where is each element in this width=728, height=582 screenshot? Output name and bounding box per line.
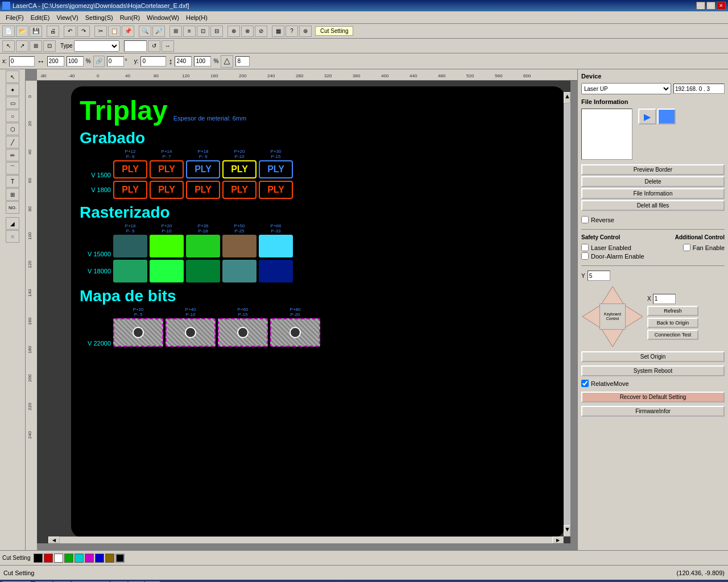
bitmap-3[interactable] bbox=[218, 318, 268, 347]
tool-extra1[interactable]: ◢ bbox=[6, 217, 19, 230]
tool-laser[interactable]: NO. bbox=[6, 201, 19, 214]
firmware-info-btn[interactable]: FirmwareInfor bbox=[581, 406, 725, 417]
angle-input[interactable] bbox=[107, 56, 124, 66]
scroll-right-btn[interactable]: ▶ bbox=[552, 537, 564, 543]
tb-btn2[interactable]: ≡ bbox=[183, 26, 196, 37]
menu-view[interactable]: View(V) bbox=[53, 13, 81, 22]
pal-black[interactable] bbox=[34, 554, 43, 563]
play-btn[interactable]: ▶ bbox=[638, 109, 656, 124]
tool-bitmap[interactable]: ⊞ bbox=[6, 188, 19, 201]
rast-color-v15000-5[interactable] bbox=[259, 235, 293, 257]
pal-red[interactable] bbox=[44, 554, 53, 563]
relative-move-checkbox[interactable] bbox=[581, 380, 589, 387]
tb2-rotate-btn[interactable]: ↺ bbox=[148, 40, 160, 52]
canvas-inner[interactable]: Triplay Espesor de meterial: 6mm Grabado… bbox=[37, 81, 570, 543]
pct-input1[interactable] bbox=[67, 56, 84, 66]
pal-green[interactable] bbox=[64, 554, 73, 563]
tb-btn3[interactable]: ⊡ bbox=[197, 26, 209, 37]
tb-btn6[interactable]: ⊗ bbox=[241, 26, 254, 37]
recover-default-btn[interactable]: Recover to Default Setting bbox=[581, 392, 725, 402]
scrollbar-horizontal[interactable]: ◀ ▶ bbox=[48, 537, 564, 543]
pal-white[interactable] bbox=[54, 554, 63, 563]
ply-btn-v1800-2[interactable]: PLY bbox=[150, 181, 184, 199]
dir-up-btn[interactable] bbox=[600, 285, 625, 306]
rast-color-v15000-1[interactable] bbox=[113, 235, 147, 257]
y-size-input[interactable] bbox=[175, 56, 192, 66]
tool-line[interactable]: ╱ bbox=[6, 136, 19, 148]
canvas-content[interactable]: Triplay Espesor de meterial: 6mm Grabado… bbox=[37, 81, 570, 543]
reverse-checkbox[interactable] bbox=[581, 216, 589, 223]
back-origin-btn[interactable]: Back to Origin bbox=[647, 318, 698, 328]
bitmap-1[interactable] bbox=[113, 318, 163, 347]
menu-run[interactable]: Run(R) bbox=[117, 13, 143, 22]
set-origin-btn[interactable]: Set Origin bbox=[581, 351, 725, 362]
ply-btn-v1500-2[interactable]: PLY bbox=[150, 160, 184, 178]
new-btn[interactable]: 📄 bbox=[2, 26, 15, 37]
open-btn[interactable]: 📂 bbox=[16, 26, 28, 37]
menu-file[interactable]: File(F) bbox=[2, 13, 27, 22]
menu-setting[interactable]: Setting(S) bbox=[82, 13, 117, 22]
ip-input[interactable] bbox=[673, 84, 725, 94]
pal-cyan[interactable] bbox=[75, 554, 84, 563]
tb2-btn4[interactable]: ⊡ bbox=[43, 40, 56, 52]
tool-polygon[interactable]: ⬡ bbox=[6, 123, 19, 135]
scroll-up-btn[interactable]: ▲ bbox=[564, 92, 570, 103]
zoom-out-btn[interactable]: 🔎 bbox=[152, 26, 165, 37]
rast-color-v18000-4[interactable] bbox=[222, 260, 257, 282]
tool-extra2[interactable]: ✕ bbox=[6, 230, 19, 243]
copy-btn[interactable]: 📋 bbox=[108, 26, 121, 37]
bitmap-2[interactable] bbox=[166, 318, 216, 347]
ply-btn-v1500-1[interactable]: PLY bbox=[113, 160, 147, 178]
tb-btn9[interactable]: ? bbox=[286, 26, 298, 37]
rast-color-v15000-3[interactable] bbox=[186, 235, 220, 257]
delete-btn[interactable]: Delete bbox=[581, 176, 725, 187]
rast-color-v18000-3[interactable] bbox=[186, 260, 220, 282]
undo-btn[interactable]: ↶ bbox=[64, 26, 76, 37]
door-alarm-checkbox[interactable] bbox=[581, 252, 589, 260]
system-reboot-btn[interactable]: System Reboot bbox=[581, 365, 725, 376]
print-btn[interactable]: 🖨 bbox=[47, 26, 59, 37]
tb-btn1[interactable]: ⊞ bbox=[169, 26, 182, 37]
pal-brown[interactable] bbox=[105, 554, 114, 563]
ply-btn-v1800-4[interactable]: PLY bbox=[222, 181, 257, 199]
lock-btn[interactable]: 🔗 bbox=[93, 56, 105, 67]
refresh-btn[interactable]: Refresh bbox=[647, 306, 698, 316]
connection-test-btn[interactable]: Connection Test bbox=[647, 330, 698, 340]
device-select[interactable]: Laser UP bbox=[581, 83, 671, 94]
tb-btn8[interactable]: ▦ bbox=[272, 26, 284, 37]
x-value-input[interactable] bbox=[653, 294, 676, 304]
x-size-input[interactable] bbox=[47, 56, 64, 66]
rast-color-v18000-2[interactable] bbox=[150, 260, 184, 282]
pct-input2[interactable] bbox=[194, 56, 211, 66]
rast-color-v15000-2[interactable] bbox=[150, 235, 184, 257]
tool-rect[interactable]: ▭ bbox=[6, 97, 19, 109]
tb-btn10[interactable]: ⊛ bbox=[299, 26, 312, 37]
ply-btn-v1800-5[interactable]: PLY bbox=[259, 181, 293, 199]
dir-right-btn[interactable] bbox=[623, 304, 644, 329]
fan-enable-checkbox[interactable] bbox=[683, 244, 690, 251]
rast-color-v18000-5[interactable] bbox=[259, 260, 293, 282]
menu-help[interactable]: Help(H) bbox=[183, 13, 211, 22]
tb2-btn3[interactable]: ⊞ bbox=[30, 40, 42, 52]
preview-border-btn[interactable]: Preview Border bbox=[581, 164, 725, 175]
tb-btn4[interactable]: ⊟ bbox=[210, 26, 223, 37]
rast-color-v18000-1[interactable] bbox=[113, 260, 147, 282]
stop-btn[interactable] bbox=[657, 109, 676, 124]
pal-blue[interactable] bbox=[95, 554, 104, 563]
pal-black2[interactable] bbox=[115, 554, 125, 563]
tool-bezier[interactable]: ⌒ bbox=[6, 162, 19, 174]
tb2-btn2[interactable]: ↗ bbox=[16, 40, 28, 52]
shape-selector[interactable] bbox=[221, 55, 233, 68]
y-resize-handle[interactable]: ↕ bbox=[168, 57, 172, 66]
cut-btn[interactable]: ✂ bbox=[94, 26, 107, 37]
close-btn[interactable]: ✕ bbox=[717, 2, 726, 10]
bitmap-4[interactable] bbox=[270, 318, 320, 347]
tb2-btn1[interactable]: ↖ bbox=[2, 40, 15, 52]
count-input[interactable] bbox=[235, 56, 250, 66]
tool-circle[interactable]: ○ bbox=[6, 110, 19, 122]
zoom-in-btn[interactable]: 🔍 bbox=[139, 26, 151, 37]
ply-btn-v1500-3[interactable]: PLY bbox=[186, 160, 220, 178]
redo-btn[interactable]: ↷ bbox=[77, 26, 90, 37]
scroll-left-btn[interactable]: ◀ bbox=[48, 537, 60, 543]
minimize-btn[interactable]: _ bbox=[696, 2, 705, 10]
